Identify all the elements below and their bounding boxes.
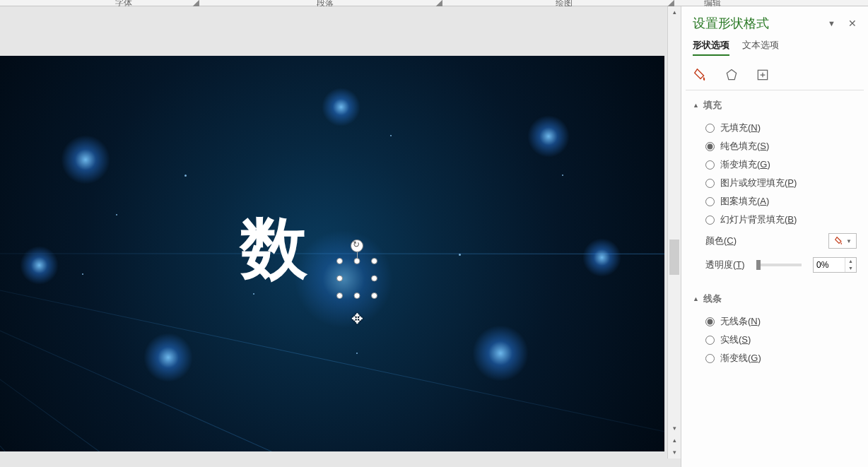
background-starfield xyxy=(0,56,664,451)
prev-slide-button[interactable]: ▴ xyxy=(668,435,681,447)
slide-scrollbar[interactable]: ▴ ▾ ▴ ▾ xyxy=(667,6,681,459)
chevron-down-icon: ▼ xyxy=(846,238,852,244)
line-section-title: 线条 xyxy=(703,292,722,305)
caret-down-icon: ▲ xyxy=(693,102,699,109)
transparency-label: 透明度(T) xyxy=(705,259,745,271)
slide-text-content[interactable]: 数 xyxy=(240,204,307,295)
tab-shape-options[interactable]: 形状选项 xyxy=(693,39,729,56)
rotation-handle[interactable] xyxy=(351,240,363,252)
effects-category-icon[interactable] xyxy=(724,67,739,83)
fill-pattern-radio[interactable]: 图案填充(A) xyxy=(705,192,857,211)
transparency-value[interactable] xyxy=(814,258,845,272)
pane-options-menu-icon[interactable]: ▼ xyxy=(828,19,835,28)
resize-handle-l[interactable] xyxy=(336,276,343,282)
line-gradient-radio[interactable]: 渐变线(G) xyxy=(705,349,857,367)
resize-handle-b[interactable] xyxy=(354,292,360,299)
resize-handle-r[interactable] xyxy=(371,276,377,282)
slide-editor-area[interactable]: 数 ✥ xyxy=(0,6,679,459)
scroll-down-button[interactable]: ▾ xyxy=(668,422,681,435)
pane-title: 设置形状格式 xyxy=(693,15,769,32)
move-cursor-icon: ✥ xyxy=(351,310,363,327)
tab-text-options[interactable]: 文本选项 xyxy=(742,39,779,56)
resize-handle-tl[interactable] xyxy=(336,258,343,264)
ribbon-bottom-edge: 字体 ◢ 段落 ◢ 绘图 ◢ 编辑 xyxy=(0,0,868,6)
format-shape-pane: 设置形状格式 ▼ ✕ 形状选项 文本选项 ▲ 填充 无填充(N) xyxy=(681,6,868,467)
slider-thumb[interactable] xyxy=(756,260,761,270)
resize-handle-t[interactable] xyxy=(354,258,360,264)
caret-down-icon: ▲ xyxy=(693,295,699,302)
fill-solid-radio[interactable]: 纯色填充(S) xyxy=(705,137,857,155)
scroll-thumb[interactable] xyxy=(669,240,679,275)
transparency-input[interactable]: ▲ ▼ xyxy=(813,257,857,273)
fill-section: ▲ 填充 无填充(N) 纯色填充(S) 渐变填充(G) 图片或纹理填充(P) 图… xyxy=(681,90,868,284)
pane-tabs: 形状选项 文本选项 xyxy=(681,39,868,61)
resize-handle-tr[interactable] xyxy=(371,258,377,264)
svg-marker-0 xyxy=(727,70,736,80)
fill-color-label: 颜色(C) xyxy=(705,235,737,247)
next-slide-button[interactable]: ▾ xyxy=(668,447,681,459)
fill-slide-bg-radio[interactable]: 幻灯片背景填充(B) xyxy=(705,211,857,229)
fill-section-title: 填充 xyxy=(703,99,722,112)
fill-color-picker[interactable]: ▼ xyxy=(828,233,857,249)
slide-canvas[interactable]: 数 ✥ xyxy=(0,56,664,451)
line-solid-radio[interactable]: 实线(S) xyxy=(705,331,857,349)
size-properties-category-icon[interactable] xyxy=(755,67,770,83)
fill-gradient-radio[interactable]: 渐变填充(G) xyxy=(705,155,857,174)
line-section: ▲ 线条 无线条(N) 实线(S) 渐变线(G) xyxy=(681,284,868,374)
spin-down-icon[interactable]: ▼ xyxy=(845,265,856,272)
fill-picture-radio[interactable]: 图片或纹理填充(P) xyxy=(705,174,857,192)
transparency-slider[interactable] xyxy=(756,264,802,266)
resize-handle-br[interactable] xyxy=(371,292,377,299)
fill-none-radio[interactable]: 无填充(N) xyxy=(705,119,857,137)
spin-up-icon[interactable]: ▲ xyxy=(845,258,856,265)
fill-line-category-icon[interactable] xyxy=(693,67,708,83)
fill-section-header[interactable]: ▲ 填充 xyxy=(693,96,857,114)
line-none-radio[interactable]: 无线条(N) xyxy=(705,312,857,331)
line-section-header[interactable]: ▲ 线条 xyxy=(693,290,857,308)
scroll-up-button[interactable]: ▴ xyxy=(668,6,681,18)
resize-handle-bl[interactable] xyxy=(336,292,343,299)
selected-shape[interactable]: ✥ xyxy=(339,261,375,296)
category-tabs xyxy=(681,61,868,90)
pane-close-icon[interactable]: ✕ xyxy=(848,18,857,29)
